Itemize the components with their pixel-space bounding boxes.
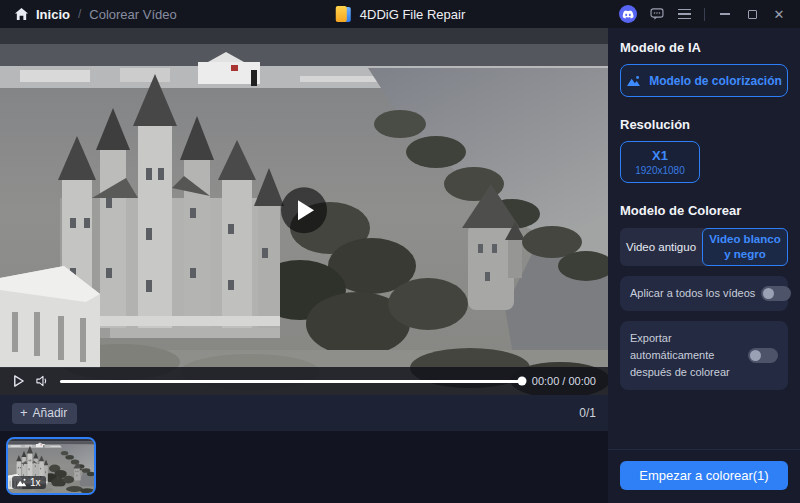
play-icon (298, 200, 314, 220)
player-controls: 00:00 / 00:00 (0, 367, 608, 395)
window-controls: ✕ (619, 5, 800, 23)
settings-sidebar: Modelo de IA Modelo de colorización Reso… (608, 28, 800, 503)
color-model-heading: Modelo de Colorear (620, 203, 788, 218)
page-title: Colorear Vídeo (89, 7, 176, 22)
play-button[interactable] (12, 374, 25, 388)
progress-bar[interactable] (60, 376, 522, 386)
resolution-dimensions: 1920x1080 (635, 165, 685, 176)
progress-fill (60, 380, 522, 383)
sidebar-footer: Empezar a colorear(1) (608, 449, 800, 503)
app-brand: 4DDiG File Repair (335, 0, 465, 28)
main-content: 00:00 / 00:00 + Añadir 0/1 1x (0, 28, 800, 503)
auto-export-toggle[interactable] (748, 348, 778, 363)
video-counter: 0/1 (579, 406, 596, 420)
colorization-model-icon (626, 75, 641, 87)
toggle-knob (763, 288, 774, 299)
titlebar-divider (704, 8, 705, 21)
add-video-button[interactable]: + Añadir (12, 403, 77, 424)
apply-all-card: Aplicar a todos los vídeos (620, 276, 788, 311)
ai-model-heading: Modelo de IA (620, 40, 788, 55)
file-actions-row: + Añadir 0/1 (0, 395, 608, 431)
auto-export-card: Exportar automáticamente después de colo… (620, 321, 788, 390)
color-model-segmented-control: Video antiguo Video blanco y negro (620, 228, 788, 266)
title-bar: Inicio / Colorear Vídeo 4DDiG File Repai… (0, 0, 800, 28)
minimize-button[interactable] (718, 7, 732, 21)
home-icon (14, 7, 29, 21)
feedback-chat-icon[interactable] (650, 7, 664, 21)
apply-all-label: Aplicar a todos los vídeos (630, 285, 755, 302)
discord-icon[interactable] (619, 5, 637, 23)
video-player[interactable]: 00:00 / 00:00 (0, 28, 608, 395)
toggle-knob (750, 350, 761, 361)
add-video-label: Añadir (33, 406, 68, 420)
apply-all-toggle[interactable] (761, 286, 791, 301)
plus-icon: + (20, 406, 28, 419)
option-black-white-video[interactable]: Video blanco y negro (702, 228, 788, 266)
resolution-scale: X1 (652, 148, 668, 164)
scale-badge-label: 1x (30, 477, 41, 488)
video-thumbnail[interactable]: 1x (6, 437, 96, 495)
time-display: 00:00 / 00:00 (532, 375, 596, 387)
resolution-button[interactable]: X1 1920x1080 (620, 141, 700, 183)
home-label: Inicio (36, 7, 70, 22)
thumbnail-strip: 1x (0, 431, 608, 503)
play-overlay-button[interactable] (281, 187, 327, 233)
close-button[interactable]: ✕ (772, 7, 786, 21)
app-logo-icon (335, 6, 352, 23)
home-button[interactable]: Inicio (14, 7, 70, 22)
start-colorize-button[interactable]: Empezar a colorear(1) (620, 461, 788, 490)
colorization-model-button[interactable]: Modelo de colorización (620, 64, 788, 97)
resolution-heading: Resolución (620, 117, 788, 132)
breadcrumb-separator: / (78, 7, 81, 21)
image-ai-icon (16, 478, 27, 487)
volume-icon[interactable] (35, 374, 50, 388)
scale-badge: 1x (12, 476, 46, 489)
colorization-model-label: Modelo de colorización (649, 74, 782, 88)
menu-icon[interactable] (677, 7, 691, 21)
app-window: Inicio / Colorear Vídeo 4DDiG File Repai… (0, 0, 800, 503)
auto-export-label: Exportar automáticamente después de colo… (630, 330, 736, 381)
video-panel: 00:00 / 00:00 + Añadir 0/1 1x (0, 28, 608, 503)
breadcrumb: Inicio / Colorear Vídeo (0, 7, 177, 22)
maximize-button[interactable] (745, 7, 759, 21)
option-old-video[interactable]: Video antiguo (620, 228, 702, 266)
progress-handle[interactable] (517, 377, 526, 386)
app-name: 4DDiG File Repair (360, 7, 465, 22)
